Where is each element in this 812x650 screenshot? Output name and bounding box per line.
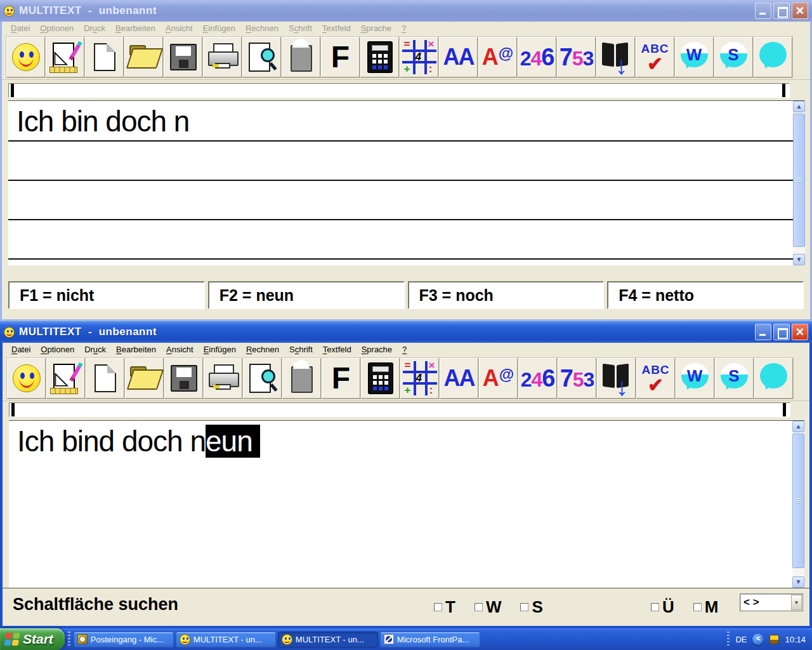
toolbar-button-speech-sentence[interactable]: S <box>714 37 753 77</box>
toolbar-button-calculator[interactable] <box>361 358 400 399</box>
toolbar-button-numbers-246[interactable]: 246 <box>518 37 556 77</box>
checkbox-M-box[interactable] <box>693 603 702 611</box>
toolbar-button-dictionary-download[interactable]: ↓ <box>596 37 635 77</box>
toolbar-button-draw-tools[interactable]: ◺ <box>46 37 84 77</box>
menu-item-ansicht[interactable]: Ansicht <box>161 343 199 355</box>
menu-item-sprache[interactable]: Sprache <box>356 22 396 34</box>
checkbox-S[interactable]: S <box>520 597 542 617</box>
checkbox-W-box[interactable] <box>475 603 483 611</box>
f1-prediction[interactable]: F1 = nicht <box>8 281 205 309</box>
toolbar-button-speech-word[interactable]: W <box>675 37 714 77</box>
toolbar-button-math-grid[interactable]: =×4+: <box>400 358 439 399</box>
f2-prediction[interactable]: F2 = neun <box>208 281 405 309</box>
start-button[interactable]: Start <box>0 628 65 650</box>
titlebar[interactable]: MULTITEXT - unbenannt <box>0 0 812 22</box>
vertical-scrollbar[interactable]: ▲ ▼ <box>793 101 805 265</box>
scroll-down-button[interactable]: ▼ <box>792 576 804 588</box>
menu-item-optionen[interactable]: Optionen <box>35 22 79 34</box>
menu-item-optionen[interactable]: Optionen <box>36 343 79 355</box>
menu-item-druck[interactable]: Druck <box>79 22 110 34</box>
scroll-up-button[interactable]: ▲ <box>793 101 805 112</box>
checkbox-S-box[interactable] <box>520 603 528 611</box>
toolbar-button-smiley[interactable] <box>6 37 45 77</box>
menu-item-sprache[interactable]: Sprache <box>357 343 397 355</box>
menu-item-rechnen[interactable]: Rechnen <box>241 343 284 355</box>
clock[interactable]: 10:14 <box>785 635 806 644</box>
toolbar-button-print[interactable] <box>204 358 242 399</box>
close-button[interactable] <box>792 3 808 19</box>
checkbox-W[interactable]: W <box>475 597 502 617</box>
checkbox-Ü-box[interactable] <box>651 603 659 611</box>
menu-item-help[interactable]: ? <box>396 22 411 34</box>
document-text[interactable]: Ich bin doch n <box>16 104 189 138</box>
navigation-dropdown[interactable]: < > ▼ <box>740 594 803 611</box>
toolbar-button-font-f[interactable]: F <box>321 37 360 77</box>
f4-prediction[interactable]: F4 = netto <box>607 281 804 309</box>
toolbar-button-gray-book[interactable] <box>282 358 321 399</box>
taskbar-task-button[interactable]: MULTITEXT - un... <box>176 632 276 647</box>
checkbox-Ü[interactable]: Ü <box>651 597 674 617</box>
menu-item-einfgen[interactable]: Einfügen <box>199 343 241 355</box>
toolbar-button-numbers-246[interactable]: 246 <box>518 358 557 399</box>
menu-item-bearbeiten[interactable]: Bearbeiten <box>110 22 160 34</box>
maximize-button[interactable] <box>773 324 790 340</box>
close-button[interactable] <box>792 324 808 340</box>
toolbar-button-save[interactable] <box>164 358 203 399</box>
language-indicator[interactable]: DE <box>735 635 747 644</box>
toolbar-button-letter-at[interactable]: A@ <box>478 37 517 77</box>
menu-item-schrift[interactable]: Schrift <box>284 343 318 355</box>
f3-prediction[interactable]: F3 = noch <box>408 281 605 309</box>
toolbar-button-letter-at[interactable]: A@ <box>479 358 518 399</box>
taskbar-task-button[interactable]: Posteingang - Mic... <box>74 632 174 647</box>
menu-item-einfgen[interactable]: Einfügen <box>198 22 240 34</box>
checkbox-M[interactable]: M <box>693 597 719 617</box>
menu-item-datei[interactable]: Datei <box>6 343 36 355</box>
toolbar-button-calculator[interactable] <box>360 37 399 77</box>
maximize-button[interactable] <box>773 3 790 19</box>
toolbar-button-open-folder[interactable] <box>125 358 164 399</box>
scrollbar-thumb[interactable] <box>792 434 804 568</box>
toolbar-button-dictionary-download[interactable]: ↓ <box>597 358 636 399</box>
text-editor-area[interactable]: Ich bind doch neun ▲ ▼ <box>9 420 804 588</box>
toolbar-button-letters-aa[interactable]: AA <box>440 358 478 399</box>
menu-item-help[interactable]: ? <box>397 343 412 355</box>
toolbar-button-font-f[interactable]: F <box>322 358 360 399</box>
menu-item-textfeld[interactable]: Textfeld <box>317 22 356 34</box>
tray-app-icon[interactable] <box>769 635 779 644</box>
taskbar-task-button[interactable]: MULTITEXT - un... <box>278 632 378 647</box>
scrollbar-thumb[interactable] <box>793 114 805 247</box>
text-editor-area[interactable]: Ich bin doch n ▲ ▼ <box>8 100 805 265</box>
menu-item-ansicht[interactable]: Ansicht <box>160 22 198 34</box>
toolbar-button-open-folder[interactable] <box>124 37 163 77</box>
menu-item-rechnen[interactable]: Rechnen <box>240 22 284 34</box>
toolbar-button-numbers-753[interactable]: 753 <box>557 37 596 77</box>
toolbar-button-math-grid[interactable]: =×4+: <box>400 37 438 77</box>
toolbar-button-print-preview[interactable] <box>242 37 281 77</box>
toolbar-button-speech-bubble[interactable] <box>754 358 793 399</box>
minimize-button[interactable] <box>755 324 771 340</box>
menu-item-textfeld[interactable]: Textfeld <box>318 343 357 355</box>
toolbar-button-gray-book[interactable] <box>282 37 320 77</box>
hide-icons-chevron[interactable]: < <box>752 633 764 645</box>
menu-item-schrift[interactable]: Schrift <box>284 22 317 34</box>
menu-item-datei[interactable]: Datei <box>6 22 35 34</box>
toolbar-button-speech-bubble[interactable] <box>754 37 792 77</box>
dropdown-arrow-icon[interactable]: ▼ <box>791 595 802 610</box>
toolbar-button-spellcheck-abc[interactable]: ABC✔ <box>636 358 675 399</box>
toolbar-button-speech-word[interactable]: W <box>676 358 714 399</box>
menu-item-bearbeiten[interactable]: Bearbeiten <box>111 343 161 355</box>
toolbar-button-smiley[interactable] <box>7 358 46 399</box>
toolbar-button-letters-aa[interactable]: AA <box>439 37 478 77</box>
titlebar[interactable]: MULTITEXT - unbenannt <box>0 321 812 343</box>
toolbar-button-new-document[interactable] <box>86 358 124 399</box>
vertical-scrollbar[interactable]: ▲ ▼ <box>792 421 804 588</box>
minimize-button[interactable] <box>755 3 771 19</box>
document-text[interactable]: Ich bind doch neun <box>17 424 260 458</box>
checkbox-T-box[interactable] <box>434 603 442 611</box>
checkbox-T[interactable]: T <box>434 597 455 617</box>
toolbar-button-save[interactable] <box>164 37 202 77</box>
scroll-down-button[interactable]: ▼ <box>793 254 805 265</box>
toolbar-button-print-preview[interactable] <box>243 358 282 399</box>
toolbar-button-new-document[interactable] <box>85 37 124 77</box>
toolbar-button-numbers-753[interactable]: 753 <box>558 358 596 399</box>
